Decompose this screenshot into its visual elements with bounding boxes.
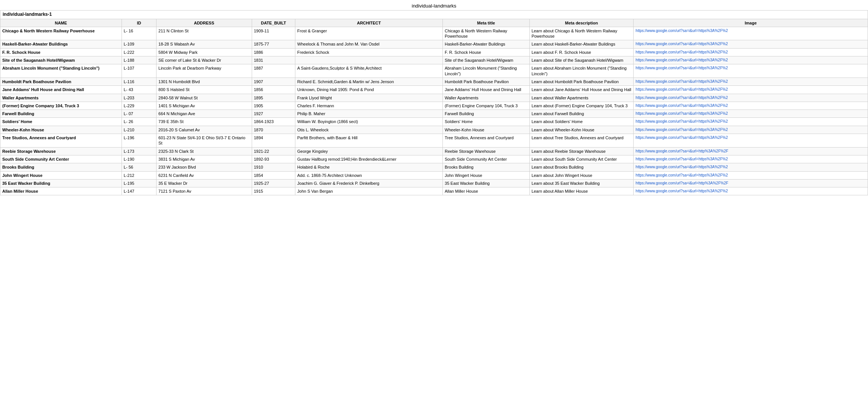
col-header-id: ID (122, 19, 156, 27)
cell-metadesc: Learn about Haskell-Barker-Atwater Build… (529, 40, 634, 48)
cell-architect (295, 56, 443, 64)
cell-date: 1875-77 (252, 40, 295, 48)
cell-name: (Former) Engine Company 104, Truck 3 (0, 102, 122, 110)
cell-name: Chicago & North Western Railway Powerhou… (0, 27, 122, 40)
cell-date: 1925-27 (252, 179, 295, 187)
table-row: John Wingert HouseL-2126231 N Canfield A… (0, 171, 868, 179)
table-row: Soldiers' HomeL- 26739 E 35th St1864-192… (0, 118, 868, 126)
table-row: 35 East Wacker BuildingL-19535 E Wacker … (0, 179, 868, 187)
table-row: Tree Studios, Annexes and CourtyardL-196… (0, 134, 868, 148)
cell-name: Abraham Lincoln Monument ("Standing Linc… (0, 64, 122, 78)
col-header-name: NAME (0, 19, 122, 27)
table-row: South Side Community Art CenterL-1903831… (0, 155, 868, 163)
cell-image: https://www.google.com/url?sa=i&url=http… (634, 40, 868, 48)
cell-metatitle: Wheeler-Kohn House (443, 126, 530, 134)
cell-address: 1301 N Humboldt Blvd (157, 78, 252, 85)
page-title: individual-landmarks (0, 0, 868, 10)
cell-metadesc: Learn about Brooks Building (529, 163, 634, 171)
cell-metadesc: Learn about Jane Addams' Hull House and … (529, 86, 634, 94)
cell-name: Brooks Building (0, 163, 122, 171)
cell-metatitle: Humboldt Park Boathouse Pavilion (443, 78, 530, 85)
cell-address: 18-28 S Wabash Av (157, 40, 252, 48)
cell-image: https://www.google.com/url?sa=i&url=http… (634, 102, 868, 110)
col-header-image: Image (634, 19, 868, 27)
cell-image: https://www.google.com/url?sa=i&url=http… (634, 64, 868, 78)
cell-metadesc: Learn about (Former) Engine Company 104,… (529, 102, 634, 110)
cell-architect: Unknown, Dining Hall 1905: Pond & Pond (295, 86, 443, 94)
cell-image: https://www.google.com/url?sa=i&url=http… (634, 118, 868, 126)
cell-date: 1910 (252, 163, 295, 171)
cell-name: Site of the Sauganash Hotel/Wigwam (0, 56, 122, 64)
cell-image: https://www.google.com/url?sa=i&url=http… (634, 163, 868, 171)
cell-image: https://www.google.com/url?sa=i&url=http… (634, 48, 868, 56)
sheet-label: individual-landmarks-1 (0, 11, 868, 19)
col-header-address: ADDRESS (157, 19, 252, 27)
cell-id: L- 43 (122, 86, 156, 94)
cell-id: L-116 (122, 78, 156, 85)
cell-metadesc: Learn about 35 East Wacker Building (529, 179, 634, 187)
cell-address: 2016-20 S Calumet Av (157, 126, 252, 134)
cell-address: 211 N Clinton St (157, 27, 252, 40)
cell-address: 3831 S Michigan Av (157, 155, 252, 163)
cell-address: 601-23 N State St/4-10 E Ohio St/3-7 E O… (157, 134, 252, 148)
cell-metadesc: Learn about Soldiers' Home (529, 118, 634, 126)
sheet-label-row: individual-landmarks-1 (0, 11, 868, 19)
cell-image: https://www.google.com/url?sa=i&url=http… (634, 187, 868, 195)
table-row: Jane Addams' Hull House and Dining HallL… (0, 86, 868, 94)
col-header-date: DATE_BUILT (252, 19, 295, 27)
cell-metatitle: Haskell-Barker-Atwater Buildings (443, 40, 530, 48)
cell-metadesc: Learn about John Wingert House (529, 171, 634, 179)
cell-metadesc: Learn about Waller Apartments (529, 94, 634, 102)
cell-date: 1894 (252, 134, 295, 148)
cell-image: https://www.google.com/url?sa=i&url=http… (634, 110, 868, 118)
table-row: Humboldt Park Boathouse PavilionL-116130… (0, 78, 868, 85)
cell-name: Jane Addams' Hull House and Dining Hall (0, 86, 122, 94)
cell-metadesc: Learn about Reebie Storage Warehouse (529, 147, 634, 155)
cell-date: 1905 (252, 102, 295, 110)
cell-address: 7121 S Paxton Av (157, 187, 252, 195)
cell-date: 1864-1923 (252, 118, 295, 126)
cell-address: SE corner of Lake St & Wacker Dr (157, 56, 252, 64)
cell-metadesc: Learn about Site of the Sauganash Hotel/… (529, 56, 634, 64)
cell-image: https://www.google.com/url?sa=i&url=http… (634, 134, 868, 148)
cell-date: 1909-11 (252, 27, 295, 40)
cell-date: 1915 (252, 187, 295, 195)
cell-architect: George Kingsley (295, 147, 443, 155)
cell-image: https://www.google.com/url?sa=i&url=http… (634, 94, 868, 102)
cell-architect: Joachim G. Giaver & Frederick P. Dinkelb… (295, 179, 443, 187)
cell-id: L- 16 (122, 27, 156, 40)
cell-metadesc: Learn about South Side Community Art Cen… (529, 155, 634, 163)
page-title-text: individual-landmarks (412, 3, 456, 9)
table-row: Haskell-Barker-Atwater BuildingsL-10918-… (0, 40, 868, 48)
col-header-architect: ARCHITECT (295, 19, 443, 27)
cell-metatitle: Chicago & North Western Railway Powerhou… (443, 27, 530, 40)
cell-address: 739 E 35th St (157, 118, 252, 126)
cell-metatitle: Waller Apartments (443, 94, 530, 102)
cell-id: L- 26 (122, 118, 156, 126)
table-row: F. R. Schock HouseL-2225804 W Midway Par… (0, 48, 868, 56)
cell-metatitle: F. R. Schock House (443, 48, 530, 56)
cell-id: L-109 (122, 40, 156, 48)
cell-architect: William W. Boyington (1866 sect) (295, 118, 443, 126)
cell-id: L-188 (122, 56, 156, 64)
cell-date: 1907 (252, 78, 295, 85)
cell-image: https://www.google.com/url?sa=i&url=http… (634, 179, 868, 187)
cell-architect: Frank Llyod Wright (295, 94, 443, 102)
cell-date: 1895 (252, 94, 295, 102)
cell-date: 1892-93 (252, 155, 295, 163)
cell-name: Waller Apartments (0, 94, 122, 102)
cell-id: L-229 (122, 102, 156, 110)
cell-date: 1854 (252, 171, 295, 179)
cell-metadesc: Learn about Humboldt Park Boathouse Pavi… (529, 78, 634, 85)
cell-metadesc: Learn about F. R. Schock House (529, 48, 634, 56)
cell-image: https://www.google.com/url?sa=i&url=http… (634, 56, 868, 64)
col-header-metatitle: Meta title (443, 19, 530, 27)
table-row: Farwell BuildingL- 07664 N Michigan Ave1… (0, 110, 868, 118)
cell-image: https://www.google.com/url?sa=i&url=http… (634, 155, 868, 163)
cell-address: 664 N Michigan Ave (157, 110, 252, 118)
cell-architect: Charles F. Hermann (295, 102, 443, 110)
cell-id: L-173 (122, 147, 156, 155)
cell-id: L-107 (122, 64, 156, 78)
cell-address: 800 S Halsted St (157, 86, 252, 94)
table-row: Chicago & North Western Railway Powerhou… (0, 27, 868, 40)
